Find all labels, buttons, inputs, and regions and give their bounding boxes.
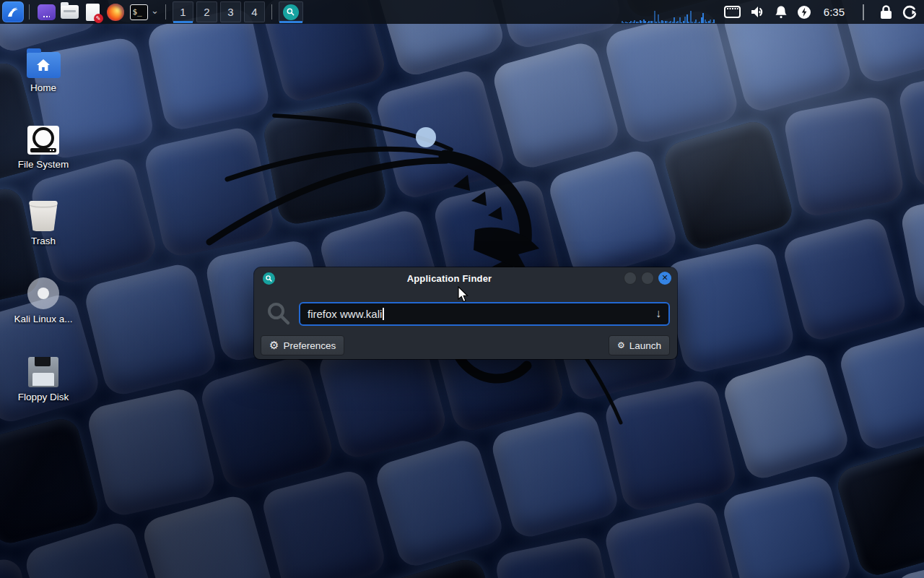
desktop-icon-label: Home: [4, 82, 83, 93]
text-cursor: [383, 308, 384, 320]
desktop-icon-label: Trash: [4, 236, 83, 246]
panel-separator: [863, 4, 864, 20]
hard-drive-icon: [27, 126, 59, 155]
clock[interactable]: 6:35: [824, 6, 845, 18]
workspace-4-button[interactable]: 4: [244, 1, 265, 22]
lock-screen-icon[interactable]: [879, 4, 893, 20]
desktop-icon-label: Floppy Disk: [4, 392, 83, 402]
desktop-icon-label: File System: [4, 159, 83, 170]
volume-icon[interactable]: [750, 5, 765, 19]
trash-icon: [29, 201, 58, 231]
top-panel: ✎ $_ ⌄ 1 2 3 4: [0, 0, 924, 24]
text-editor-launcher[interactable]: ✎: [82, 2, 103, 22]
window-icon[interactable]: [263, 272, 275, 285]
application-finder-task-button[interactable]: [279, 1, 303, 22]
workspace-1-label: 1: [180, 6, 186, 18]
desktop-icon-floppy-disk[interactable]: Floppy Disk: [4, 351, 83, 402]
floppy-disk-icon: [28, 357, 58, 387]
terminal-launcher[interactable]: $_: [128, 2, 149, 22]
workspace-3-label: 3: [227, 6, 233, 18]
mouse-cursor: [458, 286, 471, 303]
keyboard-icon[interactable]: [724, 6, 741, 18]
desktop-icon-label: Kali Linux a...: [4, 314, 83, 324]
workspace-1-button[interactable]: 1: [173, 1, 193, 22]
application-finder-window: Application Finder ✕ firefox www.kali ↓ …: [254, 267, 677, 359]
preferences-button-label: Preferences: [283, 340, 336, 351]
panel-separator: [165, 4, 166, 20]
search-icon: [266, 301, 292, 327]
panel-separator: [29, 4, 30, 20]
firefox-icon: [107, 4, 124, 21]
dropdown-arrow-icon[interactable]: ↓: [655, 307, 661, 320]
workspace-2-label: 2: [204, 6, 209, 18]
launch-button-label: Launch: [629, 340, 661, 351]
launch-button[interactable]: ⚙ Launch: [609, 335, 670, 355]
applications-menu-button[interactable]: [2, 1, 24, 22]
terminal-icon: $_: [130, 4, 148, 20]
application-finder-icon: [283, 4, 299, 20]
gear-icon: ⚙: [269, 339, 279, 352]
disc-icon: [27, 277, 59, 309]
desktop-icon-trash[interactable]: Trash: [4, 195, 83, 246]
search-input[interactable]: firefox www.kali ↓: [299, 302, 670, 326]
window-manager-icon: [38, 4, 56, 20]
desktop-icon-home[interactable]: Home: [4, 42, 83, 93]
file-manager-launcher[interactable]: [59, 2, 79, 22]
launch-gear-icon: ⚙: [617, 340, 625, 350]
network-monitor-graph[interactable]: [622, 0, 717, 24]
house-icon: [35, 58, 51, 72]
window-manager-launcher[interactable]: [36, 2, 56, 22]
workspace-2-button[interactable]: 2: [196, 1, 217, 22]
terminal-dropdown-chevron-icon[interactable]: ⌄: [151, 5, 159, 16]
panel-separator: [271, 4, 272, 20]
home-folder-icon: [27, 52, 61, 78]
kali-logo-icon: [6, 5, 20, 20]
preferences-button[interactable]: ⚙ Preferences: [261, 335, 344, 355]
logout-icon[interactable]: [902, 5, 917, 20]
window-title: Application Finder: [275, 273, 624, 284]
close-button[interactable]: ✕: [658, 272, 671, 285]
power-manager-icon[interactable]: [797, 5, 811, 20]
search-input-value: firefox www.kali: [308, 308, 382, 320]
workspace-3-button[interactable]: 3: [220, 1, 241, 22]
workspace-4-label: 4: [251, 6, 257, 18]
maximize-button[interactable]: [641, 272, 654, 285]
edit-badge-icon: ✎: [94, 14, 103, 23]
notifications-bell-icon[interactable]: [775, 5, 788, 19]
folder-icon: [61, 5, 79, 19]
desktop-icon-file-system[interactable]: File System: [4, 118, 83, 170]
desktop-icon-kali-linux[interactable]: Kali Linux a...: [4, 273, 83, 324]
document-icon: ✎: [86, 4, 100, 21]
minimize-button[interactable]: [624, 272, 637, 285]
firefox-launcher[interactable]: [105, 2, 126, 22]
